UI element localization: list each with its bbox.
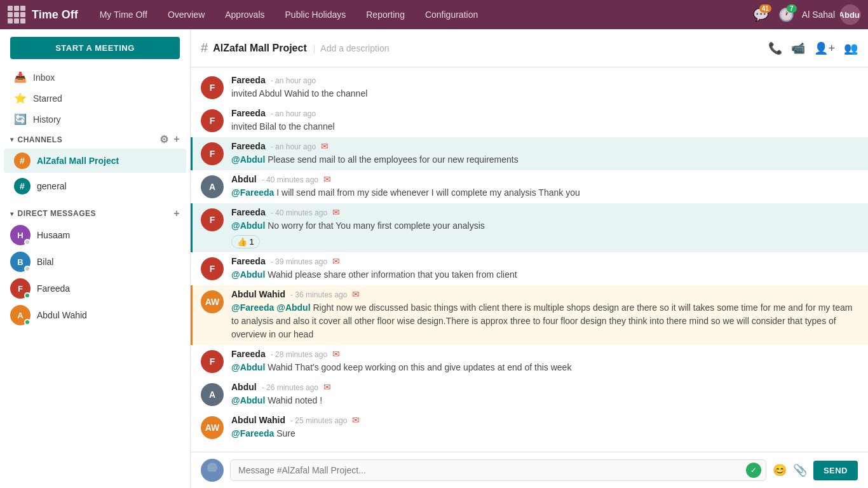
message-text: invited Abdul Wahid to the channel xyxy=(231,87,858,100)
dm-husaam-status xyxy=(24,239,31,245)
nav-overview[interactable]: Overview xyxy=(159,0,214,29)
message-text: @Fareeda Sure xyxy=(231,427,858,440)
main-layout: START A MEETING 📥 Inbox ⭐ Starred 🔄 Hist… xyxy=(0,29,868,488)
topnav-right-section: 💬 41 🕐 7 Al Sahal Abdul xyxy=(751,4,860,25)
video-icon[interactable]: 📹 xyxy=(791,41,805,55)
dm-section-header: ▾ DIRECT MESSAGES + xyxy=(0,204,190,222)
brand-logo: Time Off xyxy=(32,8,78,22)
nav-reporting[interactable]: Reporting xyxy=(357,0,414,29)
send-button[interactable]: SEND xyxy=(813,461,858,480)
channels-header-label: CHANNELS xyxy=(18,135,63,144)
message-text: @Abdul Wahid please share other informat… xyxy=(231,268,858,281)
chat-badge-count: 41 xyxy=(759,4,771,13)
message-header: Abdul Wahid - 25 minutes ago ✉ xyxy=(231,415,858,425)
message-sender: Fareeda xyxy=(231,256,266,266)
dm-fareeda[interactable]: F Fareeda xyxy=(0,275,190,302)
message-header: Abdul - 26 minutes ago ✉ xyxy=(231,382,858,392)
inbox-icon: 📥 xyxy=(14,71,27,83)
message-time: - 40 minutes ago xyxy=(262,175,318,184)
message-group: A Abdul - 26 minutes ago ✉ @Abdul Wahid … xyxy=(191,378,868,411)
message-text: invited Bilal to the channel xyxy=(231,120,858,133)
dm-bilal[interactable]: B Bilal xyxy=(0,248,190,275)
message-avatar: AW xyxy=(201,416,224,439)
dm-chevron-icon: ▾ xyxy=(10,210,14,217)
avatar-initials: Abdul xyxy=(840,10,860,20)
message-body: Fareeda - 39 minutes ago ✉ @Abdul Wahid … xyxy=(231,256,858,281)
start-meeting-button[interactable]: START A MEETING xyxy=(10,37,180,59)
clock-badge-count: 7 xyxy=(787,4,797,13)
channels-actions: ⚙ + xyxy=(159,133,180,146)
message-body: Fareeda - an hour ago invited Bilal to t… xyxy=(231,108,858,133)
channels-settings-icon[interactable]: ⚙ xyxy=(159,133,169,146)
attachment-icon[interactable]: 📎 xyxy=(793,463,807,477)
sidebar-inbox[interactable]: 📥 Inbox xyxy=(4,67,186,87)
nav-configuration[interactable]: Configuration xyxy=(416,0,487,29)
message-text: @Fareeda @Abdul Right now we discussed b… xyxy=(231,301,858,341)
message-header: Fareeda - an hour ago xyxy=(231,108,858,118)
message-body: Abdul Wahid - 25 minutes ago ✉ @Fareeda … xyxy=(231,415,858,440)
message-time: - 39 minutes ago xyxy=(271,257,327,266)
dm-husaam-avatar: H xyxy=(10,225,31,245)
dm-husaam-name: Husaam xyxy=(37,230,70,240)
input-send-circle-icon: ✓ xyxy=(746,463,761,478)
message-avatar: AW xyxy=(201,290,224,313)
add-user-icon[interactable]: 👤+ xyxy=(814,41,835,55)
channels-add-icon[interactable]: + xyxy=(173,133,180,146)
message-avatar: A xyxy=(201,383,224,406)
message-body: Abdul Wahid - 36 minutes ago ✉ @Fareeda … xyxy=(231,289,858,341)
sidebar: START A MEETING 📥 Inbox ⭐ Starred 🔄 Hist… xyxy=(0,29,191,488)
message-time: - an hour ago xyxy=(271,142,316,151)
dm-actions: + xyxy=(173,208,180,219)
user-avatar[interactable]: Abdul xyxy=(840,4,860,25)
message-group: F Fareeda - 39 minutes ago ✉ @Abdul Wahi… xyxy=(191,252,868,285)
message-sender: Fareeda xyxy=(231,108,266,118)
message-header: Fareeda - 39 minutes ago ✉ xyxy=(231,256,858,266)
message-text: @Abdul Wahid That's good keep working on… xyxy=(231,361,858,374)
start-meeting-wrap: START A MEETING xyxy=(0,29,190,67)
chat-channel-desc[interactable]: Add a description xyxy=(320,43,389,53)
dm-abdul-wahid-name: Abdul Wahid xyxy=(37,310,87,320)
chat-channel-title: AlZafal Mall Project xyxy=(213,43,307,54)
clock-notifications[interactable]: 🕐 7 xyxy=(776,4,797,25)
members-icon[interactable]: 👥 xyxy=(844,41,858,55)
emoji-icon[interactable]: 😊 xyxy=(773,463,787,477)
chat-area: # AlZafal Mall Project | Add a descripti… xyxy=(191,29,868,488)
svg-point-1 xyxy=(203,471,221,482)
svg-point-0 xyxy=(207,463,217,473)
message-avatar: F xyxy=(201,76,224,99)
channel-alzafal-icon: # xyxy=(14,152,31,169)
email-icon: ✉ xyxy=(352,289,360,299)
email-icon: ✉ xyxy=(332,207,340,217)
dm-bilal-avatar: B xyxy=(10,252,31,272)
phone-icon[interactable]: 📞 xyxy=(768,41,782,55)
dm-abdul-wahid-status xyxy=(24,319,31,325)
message-header: Abdul - 40 minutes ago ✉ xyxy=(231,174,858,184)
channel-general[interactable]: # general xyxy=(4,174,186,198)
message-body: Fareeda - 28 minutes ago ✉ @Abdul Wahid … xyxy=(231,349,858,374)
nav-public-holidays[interactable]: Public Holidays xyxy=(276,0,355,29)
dm-abdul-wahid[interactable]: A Abdul Wahid xyxy=(0,302,190,329)
message-text: @Abdul Please send mail to all the emplo… xyxy=(231,153,858,166)
email-icon: ✉ xyxy=(321,141,329,151)
chat-header: # AlZafal Mall Project | Add a descripti… xyxy=(191,29,868,67)
message-time: - 26 minutes ago xyxy=(262,383,318,392)
channel-alzafal[interactable]: # AlZafal Mall Project xyxy=(4,149,186,173)
message-sender: Fareeda xyxy=(231,349,266,359)
message-time: - 36 minutes ago xyxy=(290,290,347,299)
message-input[interactable] xyxy=(230,459,766,481)
apps-grid-icon[interactable] xyxy=(8,6,25,24)
channels-section-header: ▾ CHANNELS ⚙ + xyxy=(0,130,190,148)
dm-husaam[interactable]: H Husaam xyxy=(0,222,190,248)
message-text: @Abdul No worry for that You many first … xyxy=(231,219,858,233)
nav-my-time-off[interactable]: My Time Off xyxy=(91,0,156,29)
sidebar-starred[interactable]: ⭐ Starred xyxy=(4,88,186,108)
current-user-avatar xyxy=(201,459,224,482)
message-reaction[interactable]: 👍 1 xyxy=(231,235,260,248)
chat-notifications[interactable]: 💬 41 xyxy=(751,4,771,25)
sidebar-history[interactable]: 🔄 History xyxy=(4,109,186,129)
nav-approvals[interactable]: Approvals xyxy=(216,0,273,29)
message-group: A Abdul - 40 minutes ago ✉ @Fareeda I wi… xyxy=(191,170,868,203)
sidebar-inbox-label: Inbox xyxy=(33,72,55,83)
message-text: @Fareeda I will send mail from my side w… xyxy=(231,186,858,200)
dm-add-icon[interactable]: + xyxy=(173,208,180,219)
